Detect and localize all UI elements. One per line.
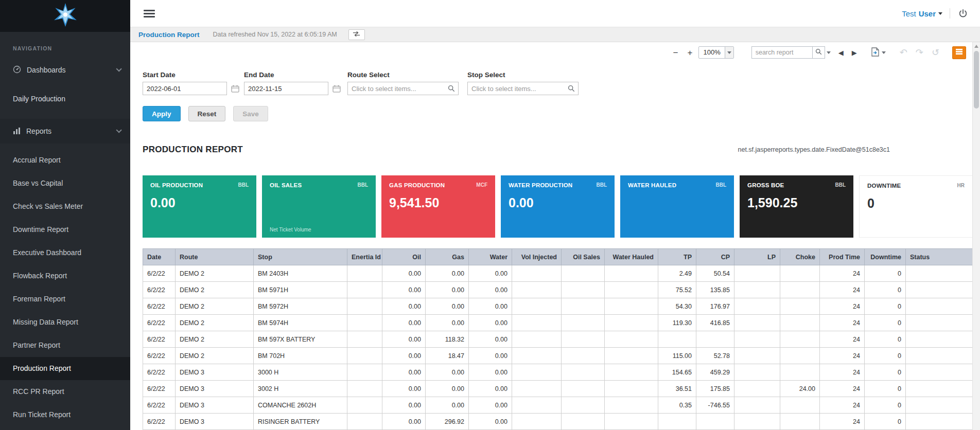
start-date-group: Start Date (143, 71, 239, 95)
save-button[interactable]: Save (233, 106, 268, 121)
sidebar-item-reports[interactable]: Reports (0, 119, 130, 144)
cell-lp (734, 397, 780, 414)
cell-gas: 0.00 (426, 315, 469, 331)
scrollbar-thumb[interactable] (974, 51, 979, 109)
apply-button[interactable]: Apply (143, 106, 181, 121)
search-report-input[interactable] (751, 46, 812, 59)
logout-power-icon[interactable] (957, 8, 969, 19)
sidebar-item-base-vs-capital[interactable]: Base vs Capital (0, 172, 130, 195)
sidebar-item-check-vs-sales-meter[interactable]: Check vs Sales Meter (0, 195, 130, 218)
column-header-oil-sales[interactable]: Oil Sales (562, 249, 605, 265)
sidebar-item-daily-production[interactable]: Daily Production (0, 86, 130, 111)
undo-all-icon[interactable]: ↺ (929, 48, 942, 57)
cell-gas: 0.00 (426, 364, 469, 381)
column-header-cp[interactable]: CP (696, 249, 734, 265)
cell-choke (780, 414, 820, 430)
table-row: 6/2/22DEMO 2BM 702H0.0018.470.00115.0052… (143, 348, 973, 364)
next-page-button[interactable]: ▶ (849, 49, 860, 57)
sidebar-item-missing-data-report[interactable]: Missing Data Report (0, 311, 130, 334)
search-icon[interactable] (448, 85, 455, 92)
start-date-input[interactable] (143, 82, 227, 95)
column-header-water-hauled[interactable]: Water Hauled (605, 249, 658, 265)
sidebar-item-downtime-report[interactable]: Downtime Report (0, 218, 130, 241)
search-button[interactable] (812, 46, 825, 59)
kpi-value: 0.00 (509, 195, 607, 210)
zoom-out-button[interactable]: − (670, 48, 681, 57)
column-header-downtime[interactable]: Downtime (865, 249, 906, 265)
cell-gas: 0.00 (426, 282, 469, 298)
zoom-level-select[interactable]: 100% (698, 46, 733, 59)
cell-gas: 18.47 (426, 348, 469, 364)
calendar-icon[interactable] (332, 85, 341, 93)
sidebar-item-run-ticket-report[interactable]: Run Ticket Report (0, 403, 130, 426)
sidebar-item-executive-dashboard[interactable]: Executive Dashboard (0, 241, 130, 264)
route-select-input[interactable] (347, 82, 459, 95)
search-icon[interactable] (568, 85, 575, 92)
sidebar-item-accrual-report[interactable]: Accrual Report (0, 149, 130, 172)
sidebar-item-partner-report[interactable]: Partner Report (0, 334, 130, 357)
column-header-status[interactable]: Status (906, 249, 973, 265)
column-header-lp[interactable]: LP (734, 249, 780, 265)
calendar-icon[interactable] (231, 85, 239, 93)
cell-choke (780, 265, 820, 282)
redo-icon[interactable]: ↷ (913, 48, 926, 57)
sidebar-item-dashboards[interactable]: Dashboards (0, 58, 130, 82)
cell-oil-sales (562, 265, 605, 282)
column-header-water[interactable]: Water (469, 249, 512, 265)
cell-water: 0.00 (469, 364, 512, 381)
cell-date: 6/2/22 (143, 364, 176, 381)
column-header-choke[interactable]: Choke (780, 249, 820, 265)
previous-page-button[interactable]: ◀ (836, 49, 846, 57)
column-header-prod-time[interactable]: Prod Time (820, 249, 865, 265)
cell-stop: COMANCHE 2602H (254, 397, 347, 414)
stop-select-input[interactable] (467, 82, 579, 95)
scroll-up-arrow-icon[interactable] (974, 45, 978, 48)
cell-status (906, 282, 973, 298)
sidebar-item-rcc-pr-report[interactable]: RCC PR Report (0, 380, 130, 403)
column-header-enertia-id[interactable]: Enertia Id (347, 249, 382, 265)
cell-cp (696, 331, 734, 348)
data-view-toggle-button[interactable] (952, 46, 966, 59)
column-header-route[interactable]: Route (176, 249, 254, 265)
user-menu[interactable]: Test User (902, 9, 942, 18)
column-header-gas[interactable]: Gas (426, 249, 469, 265)
cell-tp (658, 331, 696, 348)
refresh-button[interactable] (348, 29, 365, 40)
vertical-scrollbar[interactable] (972, 42, 980, 430)
cell-water: 0.00 (469, 265, 512, 282)
cell-prod-time: 24 (820, 315, 865, 331)
sidebar-item-flowback-report[interactable]: Flowback Report (0, 264, 130, 288)
chevron-down-icon (882, 51, 886, 54)
chevron-down-icon (827, 51, 831, 54)
column-header-oil[interactable]: Oil (382, 249, 426, 265)
table-header-row: DateRouteStopEnertia IdOilGasWaterVol In… (143, 249, 973, 265)
column-header-tp[interactable]: TP (658, 249, 696, 265)
cell-status (906, 397, 973, 414)
report-tab-title[interactable]: Production Report (138, 31, 200, 39)
cell-water-hauled (605, 348, 658, 364)
export-button[interactable] (871, 47, 886, 58)
cell-water: 0.00 (469, 381, 512, 397)
search-options-button[interactable] (825, 46, 833, 59)
filter-actions: Apply Reset Save (143, 106, 972, 121)
zoom-in-button[interactable]: + (684, 48, 695, 57)
column-header-stop[interactable]: Stop (254, 249, 347, 265)
cell-gas: 0.00 (426, 298, 469, 315)
cell-water: 0.00 (469, 414, 512, 430)
end-date-input[interactable] (244, 82, 328, 95)
column-header-vol-injected[interactable]: Vol Injected (512, 249, 562, 265)
sidebar-item-production-report[interactable]: Production Report (0, 357, 130, 380)
reset-button[interactable]: Reset (188, 106, 226, 121)
app-logo[interactable] (0, 0, 130, 32)
menu-toggle-icon[interactable] (144, 10, 155, 17)
cell-water-hauled (605, 331, 658, 348)
cell-prod-time: 24 (820, 381, 865, 397)
zoom-dropdown-button[interactable] (725, 47, 733, 58)
sidebar-item-foreman-report[interactable]: Foreman Report (0, 288, 130, 311)
cell-water: 0.00 (469, 282, 512, 298)
column-header-date[interactable]: Date (143, 249, 176, 265)
top-bar: Test User (130, 0, 980, 27)
cell-oil-sales (562, 298, 605, 315)
cell-water-hauled (605, 381, 658, 397)
undo-icon[interactable]: ↶ (897, 48, 910, 57)
